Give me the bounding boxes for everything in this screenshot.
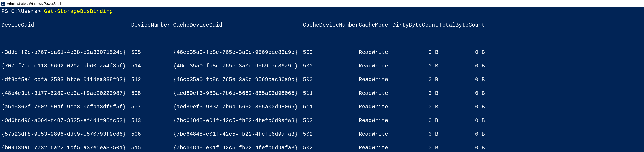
cell-totalbytecount: 0 B — [438, 49, 485, 56]
cell-cachemode: ReadWrite — [359, 49, 392, 56]
cell-devicenumber: 506 — [131, 131, 173, 138]
header-cachedeviceguid: CacheDeviceGuid — [173, 22, 303, 29]
cell-deviceguid: {57a23df8-9c53-9896-ddb9-c570793f9e86} — [1, 131, 131, 138]
cell-totalbytecount: 0 B — [438, 131, 485, 138]
cell-cachemode: ReadWrite — [359, 76, 392, 83]
cell-deviceguid: {48b4e3bb-3177-6289-cb3a-f9ac20223987} — [1, 90, 131, 97]
header-totalbytecount: TotalByteCount — [438, 22, 485, 29]
header-dirtybytecount: DirtyByteCount — [392, 22, 438, 29]
cell-cachemode: ReadWrite — [359, 104, 392, 110]
table-row: {3ddcff2c-b767-da61-4e68-c2a36071524b}50… — [1, 49, 643, 56]
cell-cachedeviceguid: {7bc64848-e01f-42c5-fb22-4fefb6d9afa3} — [173, 131, 303, 138]
cell-cachemode: ReadWrite — [359, 131, 392, 138]
cell-deviceguid: {df8df5a4-cdfa-2533-bfbe-011dea338f92} — [1, 76, 131, 83]
header-cachedevicenumber: CacheDeviceNumber — [303, 22, 359, 29]
terminal-output[interactable]: PS C:\Users> Get-StorageBusBinding Devic… — [0, 7, 644, 152]
cell-dirtybytecount: 0 B — [392, 117, 438, 124]
table-row: {48b4e3bb-3177-6289-cb3a-f9ac20223987}50… — [1, 90, 643, 97]
sep-totalbytecount: -------------- — [438, 35, 485, 42]
cell-devicenumber: 514 — [131, 63, 173, 70]
cell-cachedevicenumber: 500 — [303, 76, 359, 83]
header-devicenumber: DeviceNumber — [131, 22, 173, 29]
table-row: {0d6fcd96-a064-f487-3325-ef4d1f98fc52}51… — [1, 117, 643, 124]
cell-deviceguid: {707cf7ee-c118-6692-029a-db60eaa4f8bf} — [1, 63, 131, 70]
cell-totalbytecount: 0 B — [438, 117, 485, 124]
cell-cachedevicenumber: 511 — [303, 90, 359, 97]
cell-cachedeviceguid: {7bc64848-e01f-42c5-fb22-4fefb6d9afa3} — [173, 145, 303, 151]
cell-deviceguid: {b09439a6-7732-6a22-1cf5-a37e5ea37501} — [1, 145, 131, 151]
command-text: Get-StorageBusBinding — [44, 8, 113, 14]
sep-cachemode: --------- — [359, 35, 392, 42]
window-title: Administrator: Windows PowerShell — [7, 1, 61, 5]
sep-dirtybytecount: -------------- — [392, 35, 438, 42]
sep-devicenumber: ------------ — [131, 35, 173, 42]
cell-cachedevicenumber: 500 — [303, 63, 359, 70]
cell-dirtybytecount: 0 B — [392, 145, 438, 151]
cell-cachemode: ReadWrite — [359, 90, 392, 97]
cell-dirtybytecount: 0 B — [392, 49, 438, 56]
cell-devicenumber: 508 — [131, 90, 173, 97]
table-row: {b09439a6-7732-6a22-1cf5-a37e5ea37501}51… — [1, 145, 643, 151]
cell-dirtybytecount: 0 B — [392, 76, 438, 83]
table-body: {3ddcff2c-b767-da61-4e68-c2a36071524b}50… — [1, 49, 643, 152]
table-row: {df8df5a4-cdfa-2533-bfbe-011dea338f92}51… — [1, 76, 643, 83]
cell-totalbytecount: 0 B — [438, 63, 485, 70]
cell-totalbytecount: 0 B — [438, 90, 485, 97]
powershell-icon — [1, 1, 6, 6]
cell-cachedevicenumber: 511 — [303, 104, 359, 110]
cell-cachedeviceguid: {7bc64848-e01f-42c5-fb22-4fefb6d9afa3} — [173, 117, 303, 124]
cell-devicenumber: 515 — [131, 145, 173, 151]
prompt-prefix: PS C:\Users> — [1, 8, 44, 14]
cell-cachedevicenumber: 502 — [303, 145, 359, 151]
cell-cachedeviceguid: {aed89ef3-983a-7b6b-5662-865a00d98065} — [173, 104, 303, 110]
sep-cachedevicenumber: ----------------- — [303, 35, 359, 42]
cell-totalbytecount: 0 B — [438, 104, 485, 110]
sep-deviceguid: ---------- — [1, 35, 131, 42]
header-deviceguid: DeviceGuid — [1, 22, 131, 29]
table-header-row: DeviceGuidDeviceNumberCacheDeviceGuidCac… — [1, 22, 643, 29]
cell-cachedevicenumber: 502 — [303, 117, 359, 124]
cell-devicenumber: 513 — [131, 117, 173, 124]
cell-dirtybytecount: 0 B — [392, 131, 438, 138]
cell-cachemode: ReadWrite — [359, 145, 392, 151]
cell-cachedeviceguid: {46cc35a0-fb8c-765e-3a0d-9569bac86a9c} — [173, 76, 303, 83]
cell-devicenumber: 505 — [131, 49, 173, 56]
cell-deviceguid: {3ddcff2c-b767-da61-4e68-c2a36071524b} — [1, 49, 131, 56]
cell-dirtybytecount: 0 B — [392, 90, 438, 97]
cell-cachedeviceguid: {46cc35a0-fb8c-765e-3a0d-9569bac86a9c} — [173, 49, 303, 56]
table-row: {707cf7ee-c118-6692-029a-db60eaa4f8bf}51… — [1, 63, 643, 70]
header-cachemode: CacheMode — [359, 22, 392, 29]
cell-cachemode: ReadWrite — [359, 63, 392, 70]
window-titlebar[interactable]: Administrator: Windows PowerShell — [0, 0, 644, 7]
cell-cachedeviceguid: {aed89ef3-983a-7b6b-5662-865a00d98065} — [173, 90, 303, 97]
cell-dirtybytecount: 0 B — [392, 104, 438, 110]
cell-cachedevicenumber: 500 — [303, 49, 359, 56]
cell-deviceguid: {a5e5362f-7602-504f-9ec8-0cfba3df5f5f} — [1, 104, 131, 110]
cell-dirtybytecount: 0 B — [392, 63, 438, 70]
cell-cachedeviceguid: {46cc35a0-fb8c-765e-3a0d-9569bac86a9c} — [173, 63, 303, 70]
cell-totalbytecount: 0 B — [438, 76, 485, 83]
cell-deviceguid: {0d6fcd96-a064-f487-3325-ef4d1f98fc52} — [1, 117, 131, 124]
table-row: {57a23df8-9c53-9896-ddb9-c570793f9e86}50… — [1, 131, 643, 138]
cell-devicenumber: 512 — [131, 76, 173, 83]
cell-devicenumber: 507 — [131, 104, 173, 110]
cell-cachemode: ReadWrite — [359, 117, 392, 124]
table-row: {a5e5362f-7602-504f-9ec8-0cfba3df5f5f}50… — [1, 104, 643, 110]
sep-cachedeviceguid: --------------- — [173, 35, 303, 42]
cell-totalbytecount: 0 B — [438, 145, 485, 151]
cell-cachedevicenumber: 502 — [303, 131, 359, 138]
table-separator-row: ----------------------------------------… — [1, 35, 643, 42]
